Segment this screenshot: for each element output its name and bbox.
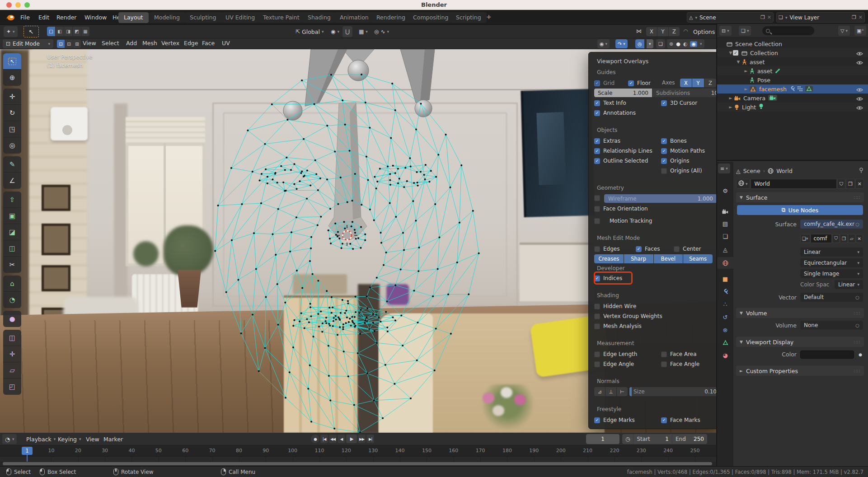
overlay-button-seams[interactable]: Seams: [683, 254, 713, 263]
mesh-select-mode[interactable]: ⊡⊟⊞: [57, 40, 81, 48]
overlays-toggle[interactable]: ◎: [635, 39, 644, 48]
interpolation-dropdown[interactable]: Linear▾: [800, 248, 863, 257]
copy-icon[interactable]: ❐: [840, 234, 848, 243]
mode-dropdown[interactable]: ⊡ Edit Mode▾: [3, 39, 53, 48]
outliner-row-asset-pose[interactable]: ►asset: [717, 66, 868, 75]
volume-panel-header[interactable]: ▼Volume∷∷: [736, 308, 864, 318]
outliner-row-camera[interactable]: ►Camera: [717, 94, 868, 103]
viewport-menu-uv[interactable]: UV: [221, 40, 231, 47]
tool-transform[interactable]: ◎: [3, 137, 21, 154]
properties-tab-render[interactable]: [717, 206, 733, 217]
editor-type-dropdown[interactable]: ◔▾: [2, 434, 17, 444]
snap-toggle[interactable]: ⋃: [343, 26, 352, 37]
tool-inset-faces[interactable]: ▣: [3, 208, 21, 224]
expand-icon[interactable]: ►: [728, 105, 733, 109]
axis-z-button[interactable]: Z: [704, 79, 716, 87]
overlay-option-3d-cursor[interactable]: ✓3D Cursor: [661, 98, 697, 108]
overlay-option-relationship-lines[interactable]: ✓Relationship Lines: [594, 146, 652, 156]
properties-tab-material[interactable]: ◕: [717, 349, 733, 361]
eye-icon[interactable]: [856, 105, 863, 112]
tool-annotate[interactable]: ✎: [3, 156, 21, 173]
face-select-icon[interactable]: ⊞: [73, 40, 81, 48]
solid-shading-icon[interactable]: ●: [676, 41, 680, 47]
tool-shrink-fatten[interactable]: ✛: [3, 346, 21, 362]
use-nodes-button[interactable]: ⧉Use Nodes: [737, 205, 863, 215]
blender-logo-icon[interactable]: [5, 14, 15, 21]
axis-y-button[interactable]: Y: [692, 79, 704, 87]
image-name-field[interactable]: comf: [811, 234, 832, 243]
new-collection-button[interactable]: ▣⁺: [854, 26, 866, 36]
viewport-color-swatch[interactable]: [800, 351, 854, 359]
auto-keying-clock-icon[interactable]: ◷: [622, 434, 633, 444]
add-workspace-button[interactable]: +: [486, 13, 492, 20]
properties-tab-constraints[interactable]: ⊗: [717, 324, 733, 336]
copy-icon[interactable]: ❐: [760, 14, 765, 20]
outliner-row-scene-collection[interactable]: Scene Collection: [717, 39, 868, 48]
active-tool-dropdown[interactable]: ✦▾: [4, 26, 18, 37]
surface-panel-header[interactable]: ▼Surface∷∷: [736, 192, 864, 202]
overlay-option-origins[interactable]: ✓Origins: [661, 156, 690, 166]
volume-dropdown[interactable]: None○: [800, 321, 863, 330]
menu-edit[interactable]: Edit: [36, 14, 52, 21]
workspace-tab-animation[interactable]: Animation: [334, 12, 374, 23]
workspace-tab-layout[interactable]: Layout: [118, 12, 149, 23]
expand-icon[interactable]: ▼: [728, 51, 733, 55]
tool-extrude-region[interactable]: ⇧: [3, 192, 21, 208]
overlays-dropdown-open[interactable]: ▾: [647, 39, 653, 48]
copy-icon[interactable]: ❐: [846, 179, 855, 189]
edge-select-icon[interactable]: ⊟: [65, 40, 73, 48]
overlay-option-edge-marks[interactable]: ✓Edge Marks: [594, 415, 635, 425]
play-button[interactable]: ▶: [346, 435, 357, 443]
material-shading-icon[interactable]: ◐: [683, 41, 688, 47]
tool-rotate[interactable]: ↻: [3, 105, 21, 121]
workspace-tab-rendering[interactable]: Rendering: [371, 12, 411, 23]
normals-size-slider[interactable]: Size0.10: [629, 387, 716, 396]
overlay-option-edge-angle[interactable]: Edge Angle: [594, 359, 634, 369]
timeline-lane[interactable]: [0, 456, 716, 462]
workspace-tab-compositing[interactable]: Compositing: [408, 12, 454, 23]
overlay-option-edges[interactable]: Edges: [594, 244, 619, 254]
rendered-shading-icon[interactable]: ◉: [690, 41, 697, 47]
fake-user-shield-icon[interactable]: ⛉: [837, 179, 845, 189]
properties-tab-view-layer[interactable]: ❏: [717, 230, 733, 242]
viewport-menu-add[interactable]: Add: [125, 40, 138, 47]
outliner-search-input[interactable]: [762, 26, 814, 35]
eye-icon[interactable]: [856, 96, 863, 103]
menu-render[interactable]: Render: [54, 14, 80, 21]
overlay-option-face-orientation[interactable]: Face Orientation: [594, 204, 648, 214]
open-folder-icon[interactable]: ▱: [848, 234, 855, 243]
3d-viewport[interactable]: User Perspective (1) facemesh ↖⊕✛↻◳◎✎∠⇧▣…: [0, 49, 716, 433]
outliner-row-light[interactable]: ►Light: [717, 103, 868, 112]
normals-icon-1[interactable]: ⊥: [605, 387, 616, 396]
fake-user-shield-icon[interactable]: ⛉: [832, 234, 840, 243]
workspace-tab-scripting[interactable]: Scripting: [450, 12, 487, 23]
workspace-tab-sculpting[interactable]: Sculpting: [184, 12, 221, 23]
surface-shader-dropdown[interactable]: comfy_cafe_4k.exr○: [800, 220, 863, 229]
eye-icon[interactable]: [856, 51, 863, 57]
overlay-option-annotations[interactable]: ✓Annotations: [594, 108, 636, 118]
overlay-option-bones[interactable]: ✓Bones: [661, 136, 687, 146]
select-invert-icon[interactable]: ◩: [73, 27, 81, 36]
pivot-point-dropdown[interactable]: ◉▾: [328, 26, 342, 37]
jump-to-start-button[interactable]: |◀: [320, 435, 328, 443]
mirror-y-button[interactable]: Y: [657, 27, 668, 36]
viewport-menu-mesh[interactable]: Mesh: [141, 40, 159, 47]
record-button[interactable]: ●: [311, 435, 319, 443]
eye-icon[interactable]: [856, 60, 863, 66]
wireframe-slider[interactable]: Wireframe1.000: [604, 194, 716, 203]
properties-tab-object[interactable]: ■: [717, 273, 733, 285]
timeline-menu-playback[interactable]: Playback▾: [23, 434, 58, 444]
select-mode-buttons[interactable]: □◧◨◩▦: [47, 27, 89, 36]
vertex-select-icon[interactable]: ⊡: [57, 40, 65, 48]
filter-dropdown[interactable]: ▽▾: [838, 26, 850, 36]
select-set-icon[interactable]: □: [47, 27, 55, 36]
overlay-option-edge-length[interactable]: Edge Length: [594, 349, 637, 359]
tool-smooth[interactable]: ●: [3, 311, 21, 327]
overlay-option-grid[interactable]: ✓Grid: [594, 78, 615, 88]
close-icon[interactable]: ✕: [767, 14, 771, 20]
browse-image-dropdown[interactable]: ❏▾: [800, 234, 810, 243]
viewport-menu-view[interactable]: View: [81, 40, 98, 47]
custom-properties-panel-header[interactable]: ►Custom Properties∷∷: [736, 366, 864, 376]
vector-dropdown[interactable]: Default○: [800, 293, 863, 302]
overlay-option-hidden-wire[interactable]: Hidden Wire: [594, 301, 636, 311]
